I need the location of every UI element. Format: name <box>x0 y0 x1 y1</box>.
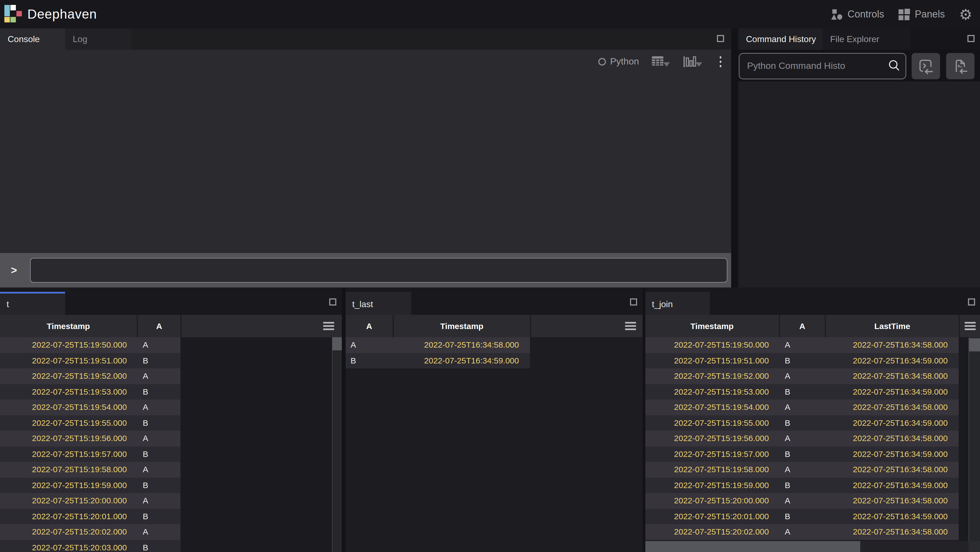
table-row[interactable]: 2022-07-25T15:19:52.000A <box>0 368 180 384</box>
table-row[interactable]: 2022-07-25T15:19:57.000B <box>0 446 180 462</box>
column-header-timestamp[interactable]: Timestamp <box>394 315 530 337</box>
table-row[interactable]: 2022-07-25T15:19:51.000B2022-07-25T16:34… <box>645 353 959 368</box>
table-row[interactable]: 2022-07-25T15:19:50.000A <box>0 337 180 353</box>
send-to-notebook-button[interactable] <box>946 53 975 79</box>
tab-t[interactable]: t <box>0 292 65 315</box>
table-row[interactable]: 2022-07-25T15:19:57.000B2022-07-25T16:34… <box>645 446 959 462</box>
horizontal-scrollbar[interactable] <box>645 541 980 552</box>
tab-t-last[interactable]: t_last <box>345 292 411 315</box>
command-history-list[interactable] <box>738 81 980 287</box>
table-row[interactable]: B2022-07-25T16:34:59.000 <box>345 353 530 368</box>
table-row[interactable]: 2022-07-25T15:19:56.000A <box>0 431 180 446</box>
grid-empty-area <box>959 337 969 552</box>
column-header-timestamp[interactable]: Timestamp <box>645 315 779 337</box>
tab-command-history[interactable]: Command History <box>738 29 822 50</box>
table-cell: A <box>780 524 826 540</box>
table-row[interactable]: 2022-07-25T15:19:53.000B <box>0 384 180 400</box>
table-panel-t-last: t_last ATimestamp A2022-07-25T16:34:58.0… <box>345 287 643 552</box>
table-row[interactable]: 2022-07-25T15:20:02.000A <box>0 524 180 540</box>
tab-log[interactable]: Log <box>65 29 131 50</box>
table-row[interactable]: 2022-07-25T15:20:03.000B <box>0 540 180 552</box>
table-row[interactable]: 2022-07-25T15:19:58.000A <box>0 462 180 477</box>
table-row[interactable]: 2022-07-25T15:19:58.000A2022-07-25T16:34… <box>645 462 959 477</box>
table-row[interactable]: 2022-07-25T15:19:51.000B <box>0 353 180 368</box>
table-row[interactable]: 2022-07-25T15:20:02.000A2022-07-25T16:34… <box>645 524 959 540</box>
table-cell: A <box>138 524 180 540</box>
table-row[interactable]: 2022-07-25T15:20:01.000B <box>0 509 180 524</box>
tab-console[interactable]: Console <box>0 29 65 50</box>
panels-menu-button[interactable]: Panels <box>898 8 945 20</box>
table-menu-icon[interactable] <box>965 322 975 330</box>
table-row[interactable]: 2022-07-25T15:20:00.000A2022-07-25T16:34… <box>645 493 959 509</box>
table-cell: B <box>138 446 180 462</box>
table-cell: 2022-07-25T15:19:59.000 <box>0 477 138 493</box>
column-header-timestamp[interactable]: Timestamp <box>0 315 137 337</box>
open-chart-dropdown-button[interactable] <box>683 56 702 68</box>
maximize-icon[interactable] <box>967 35 975 42</box>
table-cell: 2022-07-25T15:20:02.000 <box>645 524 780 540</box>
console-input[interactable] <box>30 258 727 282</box>
send-to-console-button[interactable] <box>912 53 940 79</box>
chart-icon <box>683 56 697 68</box>
console-output-area[interactable]: Python <box>0 50 731 253</box>
table-cell: B <box>138 509 180 524</box>
maximize-icon[interactable] <box>329 298 336 306</box>
table-cell: 2022-07-25T15:19:58.000 <box>645 462 780 477</box>
table-row[interactable]: 2022-07-25T15:19:52.000A2022-07-25T16:34… <box>645 368 959 384</box>
column-header-a[interactable]: A <box>138 315 180 337</box>
maximize-icon[interactable] <box>630 298 637 306</box>
history-search-input[interactable] <box>739 53 906 79</box>
overflow-menu-button[interactable] <box>716 55 725 68</box>
maximize-icon[interactable] <box>968 298 975 306</box>
table-menu-icon[interactable] <box>323 322 334 330</box>
vertical-scrollbar[interactable] <box>969 337 980 541</box>
scrollbar-thumb[interactable] <box>332 337 342 351</box>
vertical-scrollbar[interactable] <box>332 337 342 552</box>
table-row[interactable]: 2022-07-25T15:19:55.000B <box>0 415 180 431</box>
history-search-row <box>738 50 980 81</box>
table-cell: 2022-07-25T15:20:01.000 <box>0 509 138 524</box>
table-row[interactable]: 2022-07-25T15:19:59.000B2022-07-25T16:34… <box>645 477 959 493</box>
top-bar: Deephaven Controls Panels ⚙ <box>0 0 980 29</box>
scrollbar-thumb[interactable] <box>645 541 860 552</box>
table-cell: 2022-07-25T15:20:01.000 <box>645 509 780 524</box>
tab-t-join[interactable]: t_join <box>645 292 710 315</box>
maximize-icon[interactable] <box>717 35 724 42</box>
table-row[interactable]: 2022-07-25T15:19:54.000A <box>0 400 180 415</box>
controls-menu-button[interactable]: Controls <box>831 8 884 20</box>
table-cell: B <box>780 446 826 462</box>
table-cell: 2022-07-25T16:34:58.000 <box>826 337 959 353</box>
table-row[interactable]: 2022-07-25T15:20:00.000A <box>0 493 180 509</box>
table-cell: A <box>780 431 826 446</box>
table-cell: 2022-07-25T16:34:59.000 <box>826 353 959 368</box>
table-cell: A <box>780 462 826 477</box>
column-header-lasttime[interactable]: LastTime <box>826 315 959 337</box>
table-cell: 2022-07-25T15:20:03.000 <box>0 540 138 552</box>
tab-log-label: Log <box>73 34 87 44</box>
table-cell: 2022-07-25T16:34:59.000 <box>826 415 959 431</box>
column-header-a[interactable]: A <box>345 315 393 337</box>
tab-file-explorer[interactable]: File Explorer <box>822 29 910 50</box>
scrollbar-thumb[interactable] <box>969 338 980 351</box>
table-cell: 2022-07-25T16:34:58.000 <box>394 337 530 353</box>
table-row[interactable]: 2022-07-25T15:19:53.000B2022-07-25T16:34… <box>645 384 959 400</box>
table-row[interactable]: 2022-07-25T15:19:55.000B2022-07-25T16:34… <box>645 415 959 431</box>
column-header-a[interactable]: A <box>780 315 825 337</box>
table-cell: 2022-07-25T16:34:59.000 <box>826 446 959 462</box>
table-row[interactable]: 2022-07-25T15:19:50.000A2022-07-25T16:34… <box>645 337 959 353</box>
table-row[interactable]: 2022-07-25T15:20:01.000B2022-07-25T16:34… <box>645 509 959 524</box>
table-cell: B <box>138 540 180 552</box>
table-cell: 2022-07-25T15:19:55.000 <box>0 415 138 431</box>
panel-divider[interactable] <box>731 29 738 287</box>
open-table-dropdown-button[interactable] <box>651 56 670 68</box>
table-row[interactable]: 2022-07-25T15:19:54.000A2022-07-25T16:34… <box>645 400 959 415</box>
table-cell: 2022-07-25T15:19:53.000 <box>645 384 780 400</box>
settings-button[interactable]: ⚙ <box>959 7 972 22</box>
table-row[interactable]: 2022-07-25T15:19:56.000A2022-07-25T16:34… <box>645 431 959 446</box>
table-menu-icon[interactable] <box>625 322 636 330</box>
table-row[interactable]: 2022-07-25T15:19:59.000B <box>0 477 180 493</box>
scrollbar-track[interactable] <box>860 541 969 552</box>
table-row[interactable]: A2022-07-25T16:34:58.000 <box>345 337 530 353</box>
table-cell: A <box>780 337 826 353</box>
table-cell: B <box>780 353 826 368</box>
